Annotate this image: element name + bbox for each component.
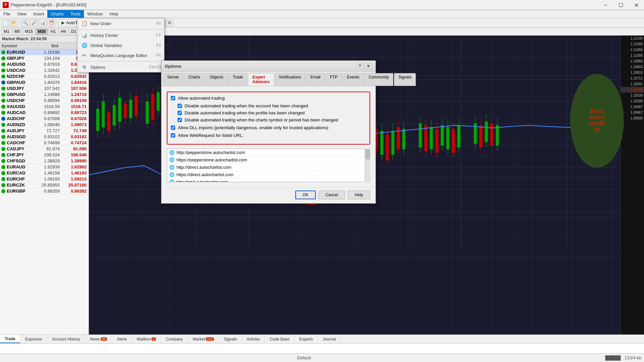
market-ask: 1.24710 bbox=[60, 92, 87, 97]
market-watch-row[interactable]: EURGBP 0.88359 0.88382 bbox=[0, 188, 89, 194]
dialog-tab-events[interactable]: Events bbox=[343, 73, 364, 86]
menu-tools[interactable]: Tools bbox=[67, 10, 84, 18]
url-list[interactable]: 🌐 http://pepperstone.autochartist.com 🌐 … bbox=[167, 149, 370, 182]
tf-h4[interactable]: H4 bbox=[58, 28, 68, 35]
period-btn[interactable]: ⏰ bbox=[47, 19, 55, 27]
market-watch-row[interactable]: USDCHF 0.99094 0.99109 bbox=[0, 98, 89, 104]
dialog-tab-ftp[interactable]: FTP bbox=[326, 73, 342, 86]
options-dialog[interactable]: Options ? ✕ Server Charts Objects Trade … bbox=[161, 60, 376, 204]
tf-m15[interactable]: M15 bbox=[22, 28, 35, 35]
url-scrollbar[interactable] bbox=[365, 149, 370, 182]
bottom-tab-account-history[interactable]: Account History bbox=[47, 335, 85, 343]
bottom-tab-articles[interactable]: Articles bbox=[242, 335, 265, 343]
market-watch-row[interactable]: EURAUD 1.62939 1.62962 bbox=[0, 164, 89, 170]
allow-webrequest-row: Allow WebRequest for listed URL: bbox=[171, 133, 366, 138]
dialog-tab-trade[interactable]: Trade bbox=[228, 73, 247, 86]
dialog-tab-community[interactable]: Community bbox=[364, 73, 393, 86]
market-watch-row[interactable]: XAUUSD 1516.56 1516.71 bbox=[0, 104, 89, 110]
bottom-tab-trade[interactable]: Trade bbox=[0, 335, 20, 343]
open-btn[interactable]: 📂 bbox=[10, 19, 18, 27]
dialog-tab-email[interactable]: Email bbox=[306, 73, 325, 86]
bottom-tab-market[interactable]: Market 114 bbox=[188, 335, 219, 343]
menu-view[interactable]: View bbox=[14, 10, 30, 18]
market-watch-row[interactable]: CHFJPY 108.524 108.549 bbox=[0, 152, 89, 158]
chart-type-btn[interactable]: 📊 bbox=[39, 19, 47, 27]
market-watch-row[interactable]: AUDCHF 0.67008 0.67028 bbox=[0, 116, 89, 122]
menu-window[interactable]: Window bbox=[84, 10, 106, 18]
zoom-in-btn[interactable]: 🔍 bbox=[21, 19, 29, 27]
bottom-tab-exposure[interactable]: Exposure bbox=[20, 335, 47, 343]
dialog-tab-objects[interactable]: Objects bbox=[205, 73, 228, 86]
market-watch-row[interactable]: GBPUSD 1.24688 1.24710 bbox=[0, 92, 89, 98]
menu-history-center[interactable]: 📊 History Center F2 bbox=[78, 30, 164, 40]
zoom-out-btn[interactable]: 🔎 bbox=[30, 19, 38, 27]
market-watch-row[interactable]: GBPJPY 134.104 134.1 bbox=[0, 55, 89, 61]
menu-file[interactable]: File bbox=[0, 10, 14, 18]
url-5: http://mt4.autochartist.com bbox=[177, 179, 228, 182]
bottom-tab-journal[interactable]: Journal bbox=[318, 335, 341, 343]
bottom-tab-news[interactable]: News 99 bbox=[85, 335, 112, 343]
dialog-tab-notifications[interactable]: Notifications bbox=[275, 73, 305, 86]
dialog-tab-expert-advisors[interactable]: Expert Advisors bbox=[248, 73, 274, 86]
market-watch-row[interactable]: EURCHF 1.09193 1.09213 bbox=[0, 176, 89, 182]
cancel-button[interactable]: Cancel bbox=[318, 191, 345, 199]
url-scroll-thumb bbox=[365, 149, 370, 159]
tf-m5[interactable]: M5 bbox=[12, 28, 22, 35]
market-watch-row[interactable]: NZDCHF 0.62013 0.62042 bbox=[0, 73, 89, 80]
menu-new-order[interactable]: 📋 New Order F9 bbox=[78, 18, 164, 29]
options-label: Options bbox=[90, 65, 149, 70]
menu-help[interactable]: Help bbox=[106, 10, 122, 18]
market-watch-row[interactable]: AUDNZD 1.08040 1.08073 bbox=[0, 122, 89, 128]
bottom-tab-codebook[interactable]: Code Base bbox=[265, 335, 294, 343]
market-watch-row[interactable]: AUDUSD 0.67619 0.67633 bbox=[0, 61, 89, 67]
market-ask: 0.99109 bbox=[60, 98, 87, 103]
market-watch-row[interactable]: GBPAUD 1.84376 1.84416 bbox=[0, 80, 89, 86]
ea-btn[interactable]: ⚙ bbox=[165, 19, 174, 27]
market-watch-row[interactable]: USDJPY 107.542 107.556 bbox=[0, 86, 89, 92]
menu-charts[interactable]: Charts bbox=[47, 10, 67, 18]
maximize-button[interactable]: ☐ bbox=[613, 0, 629, 10]
new-chart-btn[interactable]: 📄 bbox=[1, 19, 9, 27]
dialog-tab-signals[interactable]: Signals bbox=[394, 73, 416, 86]
market-watch-row[interactable]: AUDCAD 0.89692 0.89723 bbox=[0, 110, 89, 116]
dialog-tab-server[interactable]: Server bbox=[163, 73, 183, 86]
disable-account-changed-checkbox[interactable] bbox=[178, 104, 182, 108]
tf-h1[interactable]: H1 bbox=[48, 28, 58, 35]
dialog-help-btn[interactable]: ? bbox=[356, 63, 363, 69]
market-symbol: EURGBP bbox=[7, 189, 33, 194]
menu-options[interactable]: ⚙ Options Ctrl+O bbox=[78, 62, 164, 72]
market-ask: 0.74724 bbox=[60, 140, 87, 145]
bottom-tab-alerts[interactable]: Alerts bbox=[112, 335, 132, 343]
help-button[interactable]: Help bbox=[348, 191, 370, 199]
market-watch-row[interactable]: AUDJPY 72.727 72.749 bbox=[0, 128, 89, 134]
market-watch-row[interactable]: CADCHF 0.74699 0.74724 bbox=[0, 140, 89, 146]
market-watch-row[interactable]: EURUSD 1.10190 1.102 bbox=[0, 49, 89, 55]
dialog-tab-charts[interactable]: Charts bbox=[184, 73, 204, 86]
bottom-tab-experts[interactable]: Experts bbox=[295, 335, 318, 343]
disable-profile-changed-checkbox[interactable] bbox=[178, 111, 182, 115]
close-button[interactable]: ✕ bbox=[629, 0, 644, 10]
allow-webrequest-checkbox[interactable] bbox=[171, 133, 175, 138]
allow-dll-checkbox[interactable] bbox=[171, 125, 175, 130]
menu-mql-editor[interactable]: ✏ MetaQuotes Language Editor F4 bbox=[78, 50, 164, 60]
market-watch-row[interactable]: EURCAD 1.46158 1.46183 bbox=[0, 170, 89, 176]
market-watch-row[interactable]: USDCAD 1.32642 1.32655 bbox=[0, 67, 89, 73]
minimize-button[interactable]: – bbox=[598, 0, 613, 10]
market-watch-row[interactable]: CADJPY 81.074 81.090 bbox=[0, 146, 89, 152]
market-watch-row[interactable]: AUDSGD 0.93102 0.93162 bbox=[0, 134, 89, 140]
market-ask: 72.749 bbox=[60, 128, 87, 133]
market-watch-row[interactable]: EURCZK 25.85955 25.87185 bbox=[0, 182, 89, 188]
tf-m30[interactable]: M30 bbox=[36, 28, 48, 35]
allow-dll-label: Allow DLL imports (potentially dangerous… bbox=[178, 125, 328, 130]
tf-m1[interactable]: M1 bbox=[1, 28, 12, 35]
menu-global-variables[interactable]: 🌐 Global Variables F3 bbox=[78, 40, 164, 50]
disable-charts-changed-checkbox[interactable] bbox=[178, 118, 182, 122]
ok-button[interactable]: OK bbox=[295, 191, 316, 199]
bottom-tab-mailbox[interactable]: Mailbox 6 bbox=[132, 335, 161, 343]
dialog-close-btn[interactable]: ✕ bbox=[365, 63, 372, 69]
allow-automated-trading-checkbox[interactable] bbox=[171, 96, 175, 100]
menu-insert[interactable]: Insert bbox=[30, 10, 48, 18]
market-watch-row[interactable]: CHFSGD 1.38929 1.38990 bbox=[0, 158, 89, 164]
bottom-tab-company[interactable]: Company bbox=[161, 335, 188, 343]
bottom-tab-signals[interactable]: Signals bbox=[219, 335, 242, 343]
